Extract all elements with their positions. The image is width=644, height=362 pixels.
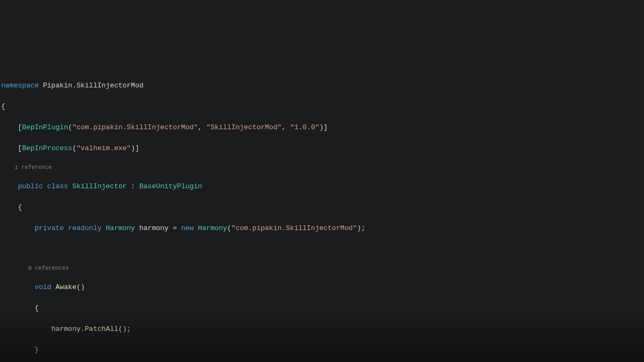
code-line: void Awake() (1, 282, 644, 293)
code-line: [BepInProcess("valheim.exe")] (1, 143, 644, 154)
code-editor[interactable]: namespace Pipakin.SkillInjectorMod { [Be… (0, 0, 644, 362)
code-line: { (1, 303, 644, 314)
code-line: { (1, 202, 644, 213)
codelens-reference[interactable]: 1 reference (1, 164, 644, 171)
codelens-reference[interactable]: 0 references (1, 265, 644, 272)
code-line: private readonly Harmony harmony = new H… (1, 223, 644, 234)
code-line (1, 244, 644, 255)
code-line: } (1, 345, 644, 356)
code-line: namespace Pipakin.SkillInjectorMod (1, 80, 644, 91)
code-line: harmony.PatchAll(); (1, 324, 644, 335)
code-line: public class SkillInjector : BaseUnityPl… (1, 181, 644, 192)
code-line: { (1, 101, 644, 112)
code-line: [BepInPlugin("com.pipakin.SkillInjectorM… (1, 122, 644, 133)
